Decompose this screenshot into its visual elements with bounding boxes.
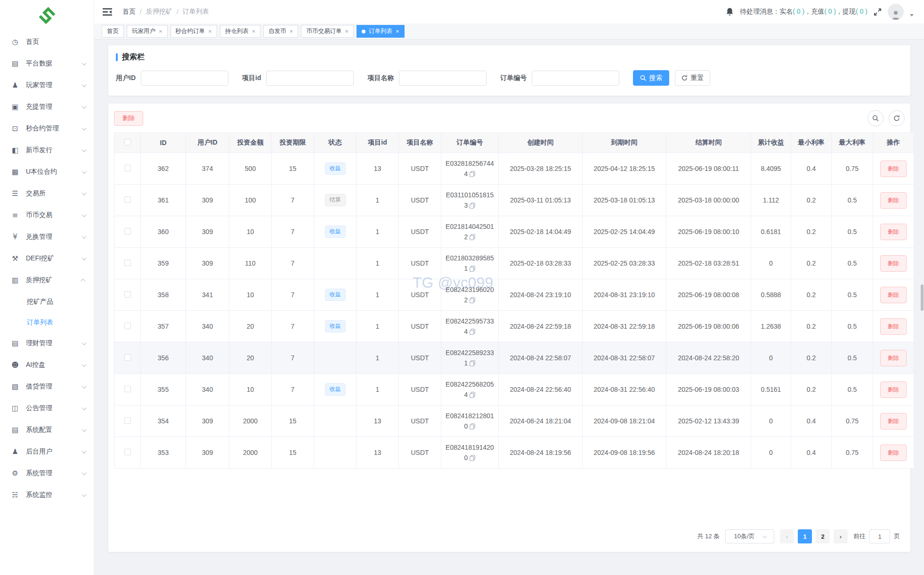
copy-icon[interactable]: [470, 423, 475, 429]
row-delete-button[interactable]: 删除: [880, 381, 907, 398]
page-button-2[interactable]: 2: [816, 529, 830, 543]
copy-icon[interactable]: [470, 360, 475, 366]
sidebar-item-AI控盘[interactable]: ☻AI控盘: [0, 354, 94, 376]
breadcrumb-home[interactable]: 首页: [122, 8, 136, 16]
cell-period: 15: [272, 405, 314, 437]
copy-icon[interactable]: [470, 392, 475, 398]
tab-首页[interactable]: 首页: [102, 25, 124, 38]
copy-icon[interactable]: [470, 234, 475, 240]
row-checkbox[interactable]: [124, 449, 131, 455]
bell-icon[interactable]: [726, 8, 734, 16]
tab-close-icon[interactable]: ×: [396, 28, 399, 34]
row-delete-button[interactable]: 删除: [880, 192, 907, 209]
copy-icon[interactable]: [470, 171, 475, 177]
project-name-input[interactable]: [399, 71, 486, 86]
copy-icon[interactable]: [470, 202, 475, 209]
copy-icon[interactable]: [470, 329, 475, 335]
msg-recharge-label[interactable]: 充值: [811, 8, 824, 15]
copy-icon[interactable]: [470, 297, 475, 303]
refresh-table-button[interactable]: [889, 110, 905, 126]
row-delete-button[interactable]: 删除: [880, 350, 907, 366]
row-delete-button[interactable]: 删除: [880, 224, 907, 240]
page-button-1[interactable]: 1: [798, 529, 812, 543]
msg-withdraw-label[interactable]: 提现: [843, 8, 856, 15]
order-no-input[interactable]: [532, 71, 619, 86]
row-checkbox[interactable]: [124, 386, 131, 392]
sidebar-item-兑换管理[interactable]: ¥兑换管理: [0, 226, 94, 248]
tab-自发币[interactable]: 自发币×: [263, 25, 298, 38]
cell-max-rate: 0.5: [832, 216, 873, 248]
row-checkbox[interactable]: [124, 196, 131, 203]
sidebar-item-充提管理[interactable]: ▣充提管理: [0, 96, 94, 118]
sidebar-subitem-挖矿产品[interactable]: 挖矿产品: [0, 291, 94, 312]
sidebar-item-DEFI挖矿[interactable]: ⚒DEFI挖矿: [0, 248, 94, 269]
fullscreen-icon[interactable]: [874, 8, 882, 16]
toggle-search-button[interactable]: [867, 110, 883, 126]
sidebar-item-秒合约管理[interactable]: ⊡秒合约管理: [0, 118, 94, 139]
msg-withdraw-count[interactable]: ( 0 ): [856, 8, 867, 15]
tab-持仓列表[interactable]: 持仓列表×: [220, 25, 261, 38]
row-checkbox[interactable]: [124, 354, 131, 361]
avatar[interactable]: [888, 4, 904, 20]
select-all-checkbox[interactable]: [124, 139, 131, 146]
sidebar-item-系统配置[interactable]: ▤系统配置: [0, 419, 94, 441]
sidebar-item-交易所[interactable]: ☰交易所: [0, 183, 94, 204]
next-page-button[interactable]: ›: [834, 529, 848, 543]
tab-close-icon[interactable]: ×: [208, 28, 212, 34]
row-checkbox[interactable]: [124, 323, 131, 329]
row-delete-button[interactable]: 删除: [880, 445, 907, 461]
sidebar-collapse-icon[interactable]: [103, 8, 113, 16]
scrollbar-thumb[interactable]: [921, 284, 924, 311]
row-delete-button[interactable]: 删除: [880, 318, 907, 335]
tab-币币交易订单[interactable]: 币币交易订单×: [301, 25, 354, 38]
cell-max-rate: 0.75: [832, 437, 873, 469]
row-checkbox[interactable]: [124, 165, 131, 171]
msg-realname-count[interactable]: ( 0 ): [793, 8, 804, 15]
row-checkbox[interactable]: [124, 228, 131, 235]
sidebar-item-U本位合约[interactable]: ▦U本位合约: [0, 161, 94, 183]
sidebar-item-理财管理[interactable]: ▤理财管理: [0, 332, 94, 354]
bulk-delete-button[interactable]: 删除: [114, 111, 143, 126]
goto-page-input[interactable]: [869, 529, 890, 543]
sidebar-item-首页[interactable]: ◷首页: [0, 31, 94, 53]
tab-秒合约订单[interactable]: 秒合约订单×: [170, 25, 217, 38]
search-button[interactable]: 搜索: [633, 70, 669, 86]
sidebar-item-币币交易[interactable]: ≡币币交易: [0, 204, 94, 226]
row-delete-button[interactable]: 删除: [880, 161, 907, 177]
sidebar-subitem-订单列表[interactable]: 订单列表: [0, 312, 94, 332]
prev-page-button[interactable]: ‹: [780, 529, 794, 543]
sidebar-item-系统监控[interactable]: ☵系统监控: [0, 484, 94, 506]
tab-close-icon[interactable]: ×: [252, 28, 256, 34]
sidebar-item-系统管理[interactable]: ⚙系统管理: [0, 462, 94, 484]
copy-icon[interactable]: [470, 266, 475, 272]
column-header-最大利率: 最大利率: [832, 133, 873, 153]
msg-recharge-count[interactable]: ( 0 ): [824, 8, 836, 15]
user-id-input[interactable]: [141, 71, 228, 86]
sidebar-item-公告管理[interactable]: ◫公告管理: [0, 397, 94, 419]
msg-realname-label[interactable]: 实名: [779, 8, 793, 15]
user-menu-caret-icon[interactable]: [910, 14, 914, 16]
breadcrumb: 首页 / 质押挖矿 / 订单列表: [122, 8, 209, 16]
row-delete-button[interactable]: 删除: [880, 255, 907, 272]
sidebar-item-后台用户[interactable]: ♟后台用户: [0, 441, 94, 462]
tab-close-icon[interactable]: ×: [290, 28, 293, 34]
row-checkbox[interactable]: [124, 291, 131, 298]
sidebar-item-label: 币币交易: [26, 211, 82, 219]
project-id-input[interactable]: [266, 71, 354, 86]
row-delete-button[interactable]: 删除: [880, 413, 907, 429]
page-size-select[interactable]: 10条/页: [725, 529, 774, 543]
sidebar-item-新币发行[interactable]: ◧新币发行: [0, 139, 94, 161]
reset-button[interactable]: 重置: [675, 70, 710, 86]
sidebar-item-平台数据[interactable]: ▤平台数据: [0, 53, 94, 74]
row-delete-button[interactable]: 删除: [880, 287, 907, 303]
tab-玩家用户[interactable]: 玩家用户×: [127, 25, 168, 38]
copy-icon[interactable]: [470, 455, 475, 461]
tab-close-icon[interactable]: ×: [159, 28, 162, 34]
sidebar-item-质押挖矿[interactable]: ▥质押挖矿: [0, 269, 94, 291]
tab-close-icon[interactable]: ×: [345, 28, 349, 34]
sidebar-item-借贷管理[interactable]: ▧借贷管理: [0, 376, 94, 397]
row-checkbox[interactable]: [124, 417, 131, 424]
sidebar-item-玩家管理[interactable]: ♟玩家管理: [0, 74, 94, 96]
tab-订单列表[interactable]: 订单列表×: [357, 25, 405, 38]
row-checkbox[interactable]: [124, 259, 131, 266]
